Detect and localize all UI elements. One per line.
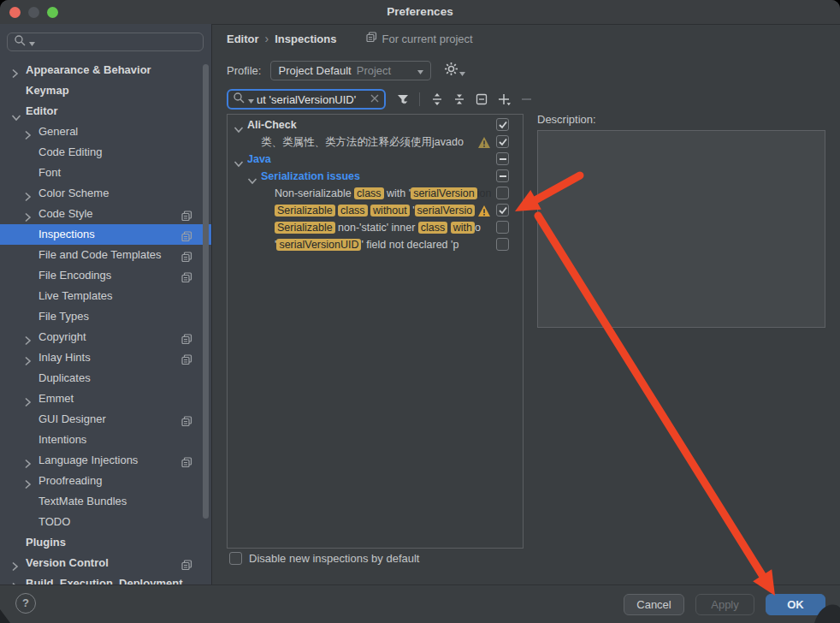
sidebar-item-code-editing[interactable]: Code Editing bbox=[0, 142, 211, 163]
sidebar-item-label: Code Editing bbox=[38, 142, 102, 163]
disable-new-inspections-label: Disable new inspections by default bbox=[249, 552, 419, 565]
toolbar-divider bbox=[419, 92, 420, 106]
profile-actions-button[interactable] bbox=[444, 62, 465, 79]
add-inspection-icon[interactable] bbox=[494, 90, 513, 109]
expand-all-icon[interactable] bbox=[428, 90, 447, 109]
dialog-footer: ? CancelApplyOK bbox=[0, 584, 840, 623]
sidebar-item-language-injections[interactable]: Language Injections bbox=[0, 450, 211, 471]
disable-new-inspections-row: Disable new inspections by default bbox=[229, 552, 419, 565]
inspection-checkbox[interactable] bbox=[496, 135, 509, 148]
reset-inspection-icon[interactable] bbox=[472, 90, 491, 109]
sidebar-item-intentions[interactable]: Intentions bbox=[0, 430, 211, 450]
inspection-label: Ali-Check bbox=[247, 116, 491, 134]
window-title: Preferences bbox=[0, 0, 840, 24]
sidebar-item-label: Editor bbox=[26, 101, 58, 122]
inspection-label: 类、类属性、类方法的注释必须使用javado bbox=[261, 134, 476, 151]
inspection-label: 'serialVersionUID' field not declared 'p bbox=[275, 236, 491, 253]
sidebar-item-label: GUI Designer bbox=[38, 409, 106, 430]
description-panel bbox=[537, 130, 825, 328]
sidebar-item-proofreading[interactable]: Proofreading bbox=[0, 471, 211, 491]
sidebar-item-gui-designer[interactable]: GUI Designer bbox=[0, 409, 211, 430]
inspection-row-6[interactable]: Serializable non-'static' inner class wi… bbox=[228, 219, 523, 236]
sidebar-item-live-templates[interactable]: Live Templates bbox=[0, 286, 211, 306]
sidebar-item-label: Appearance & Behavior bbox=[26, 60, 151, 80]
sidebar-item-label: Code Style bbox=[38, 204, 93, 224]
clear-search-icon[interactable] bbox=[370, 93, 380, 106]
pages-icon bbox=[366, 32, 377, 45]
search-caret-icon bbox=[29, 36, 35, 49]
sidebar-item-label: Intentions bbox=[38, 430, 86, 450]
ok-button[interactable]: OK bbox=[766, 594, 825, 615]
gear-icon bbox=[444, 62, 458, 79]
inspections-tree: Ali-Check类、类属性、类方法的注释必须使用javadoJavaSeria… bbox=[227, 114, 524, 549]
sidebar-item-color-scheme[interactable]: Color Scheme bbox=[0, 183, 211, 204]
breadcrumb: Editor › Inspections For current project bbox=[227, 29, 473, 48]
remove-inspection-icon bbox=[517, 90, 535, 109]
inspection-checkbox[interactable] bbox=[496, 221, 509, 234]
disable-new-inspections-checkbox[interactable] bbox=[229, 552, 242, 565]
sidebar-scrollbar[interactable] bbox=[203, 64, 209, 519]
sidebar-item-inlay-hints[interactable]: Inlay Hints bbox=[0, 347, 211, 368]
description-label: Description: bbox=[537, 113, 596, 126]
inspection-checkbox[interactable] bbox=[496, 118, 509, 131]
sidebar-item-label: Inspections bbox=[38, 224, 95, 245]
inspection-checkbox[interactable] bbox=[496, 204, 509, 217]
sidebar-item-keymap[interactable]: Keymap bbox=[0, 80, 211, 101]
inspection-row-1[interactable]: 类、类属性、类方法的注释必须使用javado bbox=[228, 134, 523, 151]
sidebar-item-label: Plugins bbox=[26, 532, 66, 553]
sidebar-item-textmate-bundles[interactable]: TextMate Bundles bbox=[0, 491, 211, 512]
sidebar-item-general[interactable]: General bbox=[0, 122, 211, 142]
sidebar-item-code-style[interactable]: Code Style bbox=[0, 204, 211, 224]
collapse-all-icon[interactable] bbox=[450, 90, 469, 109]
sidebar-item-duplicates[interactable]: Duplicates bbox=[0, 368, 211, 389]
breadcrumb-editor[interactable]: Editor bbox=[227, 33, 259, 45]
sidebar-item-file-types[interactable]: File Types bbox=[0, 306, 211, 327]
gear-caret-icon bbox=[459, 66, 465, 79]
sidebar-item-version-control[interactable]: Version Control bbox=[0, 553, 211, 573]
inspection-checkbox[interactable] bbox=[496, 169, 509, 182]
sidebar-item-build-execution-deployment[interactable]: Build, Execution, Deployment bbox=[0, 573, 211, 584]
chevron-right-icon[interactable] bbox=[11, 578, 19, 584]
profile-label: Profile: bbox=[227, 64, 261, 77]
help-button[interactable]: ? bbox=[15, 593, 36, 614]
sidebar-item-label: Live Templates bbox=[38, 286, 112, 306]
inspections-settings-page: Editor › Inspections For current project… bbox=[212, 24, 840, 584]
title-bar: Preferences bbox=[0, 0, 840, 25]
inspections-search-input[interactable]: ut 'serialVersionUID' bbox=[227, 89, 386, 110]
sidebar-item-appearance-behavior[interactable]: Appearance & Behavior bbox=[0, 60, 211, 80]
apply-button: Apply bbox=[695, 594, 754, 615]
sidebar-item-label: Copyright bbox=[38, 327, 86, 347]
sidebar-item-label: File Encodings bbox=[38, 265, 111, 286]
sidebar-item-todo[interactable]: TODO bbox=[0, 512, 211, 532]
inspection-row-3[interactable]: Serialization issues bbox=[228, 168, 523, 185]
preferences-window: Preferences Appearance & BehaviorKeymapE… bbox=[0, 0, 840, 623]
sidebar-item-file-encodings[interactable]: File Encodings bbox=[0, 265, 211, 286]
sidebar-item-editor[interactable]: Editor bbox=[0, 101, 211, 122]
sidebar-item-label: TextMate Bundles bbox=[38, 491, 127, 512]
sidebar-item-inspections[interactable]: Inspections bbox=[0, 224, 211, 245]
inspection-label: Serialization issues bbox=[261, 168, 491, 185]
inspection-checkbox[interactable] bbox=[496, 187, 509, 199]
profile-dropdown[interactable]: Project Default Project bbox=[270, 61, 431, 80]
search-icon bbox=[14, 34, 27, 50]
inspection-row-4[interactable]: Non-serializable class with 'serialVersi… bbox=[228, 185, 523, 202]
inspection-checkbox[interactable] bbox=[496, 238, 509, 251]
sidebar-item-emmet[interactable]: Emmet bbox=[0, 389, 211, 409]
sidebar-search-input[interactable] bbox=[7, 33, 204, 51]
inspection-row-5[interactable]: Serializable class without 'serialVersio bbox=[228, 202, 523, 219]
sidebar-item-label: Duplicates bbox=[38, 368, 91, 389]
breadcrumb-inspections: Inspections bbox=[275, 33, 336, 45]
filter-icon[interactable] bbox=[393, 90, 412, 109]
inspection-row-7[interactable]: 'serialVersionUID' field not declared 'p bbox=[228, 236, 523, 253]
sidebar-item-plugins[interactable]: Plugins bbox=[0, 532, 211, 553]
dropdown-caret-icon bbox=[417, 64, 423, 77]
sidebar-item-copyright[interactable]: Copyright bbox=[0, 327, 211, 347]
inspection-row-2[interactable]: Java bbox=[228, 151, 523, 168]
sidebar-item-file-and-code-templates[interactable]: File and Code Templates bbox=[0, 245, 211, 265]
inspection-row-0[interactable]: Ali-Check bbox=[228, 116, 523, 134]
cancel-button[interactable]: Cancel bbox=[624, 594, 684, 615]
sidebar-item-label: Language Injections bbox=[38, 450, 138, 471]
inspection-checkbox[interactable] bbox=[496, 152, 509, 165]
profile-row: Profile: Project Default Project bbox=[227, 60, 465, 80]
sidebar-item-font[interactable]: Font bbox=[0, 163, 211, 183]
